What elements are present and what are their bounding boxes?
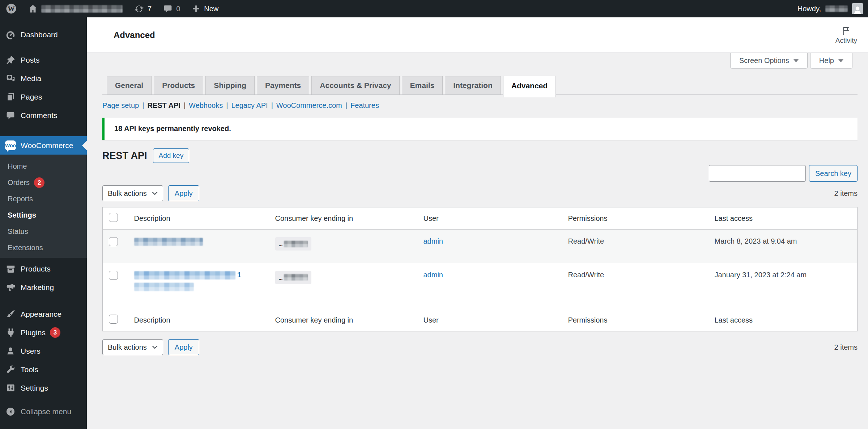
collapse-arrow-icon <box>5 407 16 416</box>
screen-options-button[interactable]: Screen Options <box>730 53 808 69</box>
sidebar-item-users[interactable]: Users <box>0 342 87 360</box>
subnav-legacy-api[interactable]: Legacy API <box>231 101 268 110</box>
bulk-actions-select[interactable]: Bulk actions <box>102 339 163 355</box>
sidebar-item-dashboard[interactable]: Dashboard <box>0 25 87 44</box>
submenu-item-extensions[interactable]: Extensions <box>0 240 87 256</box>
collapse-menu-button[interactable]: Collapse menu <box>0 402 87 421</box>
search-row: Search key <box>102 165 858 182</box>
pushpin-icon <box>5 55 16 65</box>
column-permissions: Permissions <box>561 207 707 230</box>
main-content: Advanced Activity Screen Options Help Ge… <box>87 17 868 429</box>
admin-bar-account[interactable]: Howdy, <box>797 0 868 17</box>
site-name-redacted <box>41 5 123 13</box>
howdy-label: Howdy, <box>797 5 821 13</box>
chevron-down-icon <box>793 59 799 62</box>
submenu-item-home[interactable]: Home <box>0 158 87 174</box>
submenu-item-reports[interactable]: Reports <box>0 191 87 207</box>
subnav-separator: | <box>142 101 144 110</box>
admin-bar-left: W 7 0 New <box>0 0 224 17</box>
description-visible-suffix[interactable]: 1 <box>237 271 241 279</box>
sidebar-item-tools[interactable]: Tools <box>0 360 87 379</box>
bulk-actions-select[interactable]: Bulk actions <box>102 185 163 201</box>
subnav-page-setup[interactable]: Page setup <box>102 101 139 110</box>
select-all-checkbox[interactable] <box>109 315 118 324</box>
tab-advanced[interactable]: Advanced <box>503 76 556 97</box>
megaphone-icon <box>5 282 16 292</box>
person-icon <box>853 5 862 14</box>
svg-text:W: W <box>8 5 15 13</box>
tab-products[interactable]: Products <box>154 76 203 94</box>
select-all-checkbox[interactable] <box>109 213 118 222</box>
sidebar-item-pages[interactable]: Pages <box>0 88 87 106</box>
user-link[interactable]: admin <box>424 237 443 245</box>
subnav-rest-api[interactable]: REST API <box>147 101 180 110</box>
flag-icon <box>841 26 851 35</box>
success-notice: 18 API keys permanently revoked. <box>102 118 858 140</box>
sidebar-item-posts[interactable]: Posts <box>0 51 87 69</box>
sliders-icon <box>5 383 16 393</box>
tab-accounts-privacy[interactable]: Accounts & Privacy <box>311 76 399 94</box>
updates-menu[interactable]: 7 <box>128 0 157 17</box>
sidebar-label: Products <box>21 265 51 273</box>
table-header-row: Description Consumer key ending in User … <box>103 207 858 230</box>
tab-payments[interactable]: Payments <box>257 76 309 94</box>
last-access-value: March 8, 2023 at 9:04 am <box>707 230 858 263</box>
row-checkbox[interactable] <box>109 237 118 246</box>
sidebar-item-comments[interactable]: Comments <box>0 106 87 125</box>
user-link[interactable]: admin <box>424 271 443 279</box>
woocommerce-header: Advanced Activity <box>87 17 868 53</box>
tablenav-bottom: Bulk actions Apply 2 items <box>102 339 858 355</box>
apply-button[interactable]: Apply <box>168 185 199 201</box>
menu-separator <box>0 397 87 402</box>
sidebar-label: Posts <box>21 56 40 64</box>
menu-separator <box>0 296 87 305</box>
table-row: 1 … admin Read/Write January 31, 2023 at… <box>103 263 858 309</box>
apply-button[interactable]: Apply <box>168 339 199 355</box>
subnav-separator: | <box>345 101 347 110</box>
table-row: … admin Read/Write March 8, 2023 at 9:04… <box>103 230 858 263</box>
sidebar-item-marketing[interactable]: Marketing <box>0 278 87 296</box>
subnav-separator: | <box>226 101 228 110</box>
help-button[interactable]: Help <box>810 53 852 69</box>
paintbrush-icon <box>5 309 16 319</box>
orders-count-badge: 2 <box>34 177 44 188</box>
page-title: Advanced <box>114 30 155 40</box>
tab-emails[interactable]: Emails <box>402 76 443 94</box>
new-content-menu[interactable]: New <box>186 0 224 17</box>
submenu-item-settings[interactable]: Settings <box>0 207 87 223</box>
settings-page: Screen Options Help General Products Shi… <box>87 53 868 429</box>
add-key-button[interactable]: Add key <box>153 148 190 163</box>
submenu-item-orders[interactable]: Orders 2 <box>0 174 87 191</box>
rest-api-heading: REST API <box>102 150 147 161</box>
subnav-features[interactable]: Features <box>350 101 379 110</box>
sidebar-label: Plugins <box>21 328 46 337</box>
search-key-input[interactable] <box>709 165 806 182</box>
sidebar-item-products[interactable]: Products <box>0 260 87 278</box>
row-checkbox[interactable] <box>109 271 118 280</box>
subnav-webhooks[interactable]: Webhooks <box>189 101 223 110</box>
sidebar-item-media[interactable]: Media <box>0 69 87 88</box>
comment-bubble-icon <box>5 111 16 120</box>
comments-menu[interactable]: 0 <box>157 0 186 17</box>
sidebar-label: Comments <box>21 111 58 120</box>
activity-button[interactable]: Activity <box>835 26 857 45</box>
sidebar-item-plugins[interactable]: Plugins 3 <box>0 323 87 342</box>
column-user: User <box>416 207 561 230</box>
column-consumer-key: Consumer key ending in <box>268 207 416 230</box>
menu-separator <box>0 44 87 51</box>
sidebar-item-appearance[interactable]: Appearance <box>0 305 87 323</box>
notice-message: 18 API keys permanently revoked. <box>114 125 231 133</box>
description-redacted-link[interactable] <box>134 238 203 246</box>
description-redacted-link[interactable]: 1 <box>134 271 268 279</box>
username-redacted <box>825 5 848 12</box>
site-name-menu[interactable] <box>22 0 128 17</box>
tab-integration[interactable]: Integration <box>445 76 501 94</box>
sidebar-item-settings[interactable]: Settings <box>0 379 87 397</box>
wordpress-logo-menu[interactable]: W <box>0 0 22 17</box>
tab-general[interactable]: General <box>107 76 152 94</box>
submenu-item-status[interactable]: Status <box>0 223 87 240</box>
search-key-button[interactable]: Search key <box>809 165 858 182</box>
tab-shipping[interactable]: Shipping <box>205 76 255 94</box>
sidebar-item-woocommerce[interactable]: Woo WooCommerce <box>0 136 87 155</box>
subnav-woocommerce-com[interactable]: WooCommerce.com <box>276 101 342 110</box>
